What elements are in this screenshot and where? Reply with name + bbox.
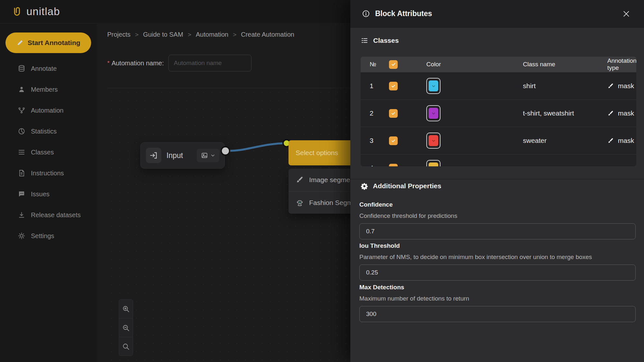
close-panel-button[interactable] (620, 8, 632, 20)
max-detections-field: Max Detections Maximum number of detecti… (359, 284, 636, 322)
sidebar-item-label: Instructions (31, 170, 64, 177)
automation-name-label: Automation name: (111, 60, 164, 67)
zoom-reset-button[interactable] (119, 337, 133, 356)
breadcrumb-create-automation: Create Automation (241, 31, 294, 38)
database-icon (18, 65, 25, 72)
node-output-port[interactable] (221, 146, 230, 156)
sidebar-item-label: Settings (31, 232, 54, 240)
zoom-in-button[interactable] (119, 300, 133, 318)
breadcrumb-projects[interactable]: Projects (107, 31, 130, 38)
select-options-button[interactable]: Select options (289, 140, 350, 165)
sidebar-item-annotate[interactable]: Annotate (0, 61, 97, 76)
class-row-4: 4 (361, 154, 636, 166)
color-picker-button[interactable] (426, 105, 440, 121)
breadcrumb-automation[interactable]: Automation (196, 31, 228, 38)
input-node[interactable]: Input (140, 142, 225, 169)
list-icon (361, 37, 368, 44)
confidence-field: Confidence Confidence threshold for pred… (359, 201, 636, 239)
robot-icon (296, 199, 304, 207)
info-icon (362, 10, 370, 18)
user-icon (18, 86, 25, 93)
classes-table: № Color Class name Annotation type 1 (361, 57, 636, 166)
annotation-type-label: mask (618, 137, 634, 144)
color-picker-button[interactable] (426, 160, 440, 166)
brand-name: unitlab (26, 5, 60, 18)
sidebar-item-automation[interactable]: Automation (0, 103, 97, 117)
col-color: Color (426, 61, 523, 68)
brand-logo[interactable]: unitlab (11, 5, 60, 18)
canvas-zoom-toolbar (119, 299, 133, 356)
additional-properties-title: Additional Properties (361, 182, 441, 190)
sidebar-item-members[interactable]: Members (0, 82, 97, 97)
color-swatch (429, 108, 438, 119)
chevron-down-icon (211, 153, 215, 158)
col-class-name: Class name (523, 61, 607, 68)
panel-divider (350, 179, 644, 180)
sidebar-item-classes[interactable]: Classes (0, 145, 97, 159)
annotation-type-label: mask (618, 109, 634, 117)
class-num: 3 (361, 137, 389, 144)
dropdown-item-label: Fashion Segme (309, 199, 350, 207)
class-row-1: 1 shirt mask (361, 72, 636, 99)
brush-icon (296, 176, 304, 184)
class-name: sweater (523, 137, 607, 144)
block-attributes-panel: Block Attributes Classes № Color Class n… (350, 0, 644, 362)
login-icon (146, 148, 161, 163)
gear-icon (18, 232, 25, 240)
field-label: Max Detections (359, 284, 636, 291)
download-icon (18, 211, 25, 219)
class-checkbox[interactable] (389, 82, 398, 90)
sidebar-item-release-datasets[interactable]: Release datasets (0, 208, 97, 222)
panel-header: Block Attributes (350, 0, 644, 28)
app-root: unitlab Start Annotating Annotate Member… (0, 0, 644, 362)
annotation-type-label: mask (618, 82, 634, 90)
dropdown-item-fashion-segmentation[interactable]: Fashion Segme (289, 191, 350, 214)
dropdown-item-label: Image segment (309, 176, 350, 184)
breadcrumb-project[interactable]: Guide to SAM (143, 31, 183, 38)
additional-properties-label: Additional Properties (373, 182, 441, 190)
chat-icon (18, 190, 25, 198)
field-label: Iou Threshold (359, 242, 636, 249)
annotation-type: mask (607, 82, 636, 90)
sidebar-item-issues[interactable]: Issues (0, 187, 97, 201)
breadcrumb-separator: > (233, 31, 236, 38)
automation-canvas[interactable]: Input Select options (107, 88, 350, 362)
select-all-checkbox[interactable] (389, 60, 398, 69)
confidence-input[interactable] (359, 223, 636, 239)
iou-threshold-input[interactable] (359, 265, 636, 281)
iou-threshold-field: Iou Threshold Parameter of NMS, to decid… (359, 242, 636, 281)
sidebar-item-label: Release datasets (31, 211, 81, 219)
sidebar-item-label: Classes (31, 149, 54, 156)
color-swatch (429, 80, 438, 91)
zoom-in-icon (122, 305, 130, 313)
dropdown-item-image-segmentation[interactable]: Image segment (289, 169, 350, 191)
start-annotating-label: Start Annotating (28, 39, 80, 47)
sidebar-item-label: Annotate (31, 65, 57, 72)
start-annotating-button[interactable]: Start Annotating (5, 32, 91, 53)
color-picker-button[interactable] (426, 133, 440, 149)
max-detections-input[interactable] (359, 306, 636, 322)
connector-wire (107, 88, 350, 362)
sidebar-item-statistics[interactable]: Statistics (0, 124, 97, 138)
field-description: Parameter of NMS, to decide on minimum b… (359, 254, 636, 261)
main-content: Projects > Guide to SAM > Automation > C… (98, 24, 350, 362)
sidebar-item-label: Members (31, 86, 58, 93)
field-description: Confidence threshold for predictions (359, 212, 636, 219)
col-annotation-type: Annotation type (607, 57, 636, 71)
search-icon (122, 343, 130, 350)
zoom-out-button[interactable] (119, 318, 133, 337)
color-picker-button[interactable] (426, 78, 440, 94)
automation-name-input[interactable] (168, 55, 251, 71)
input-type-selector[interactable] (197, 149, 219, 162)
panel-title: Block Attributes (375, 9, 615, 18)
class-row-3: 3 sweater mask (361, 127, 636, 154)
sidebar-item-settings[interactable]: Settings (0, 229, 97, 243)
sidebar-item-instructions[interactable]: Instructions (0, 166, 97, 180)
color-swatch (429, 162, 438, 166)
class-checkbox[interactable] (389, 136, 398, 145)
required-marker: * (107, 60, 109, 67)
class-checkbox[interactable] (389, 164, 398, 167)
classes-section-title: Classes (361, 37, 399, 44)
class-checkbox[interactable] (389, 109, 398, 118)
list-icon (18, 148, 25, 156)
